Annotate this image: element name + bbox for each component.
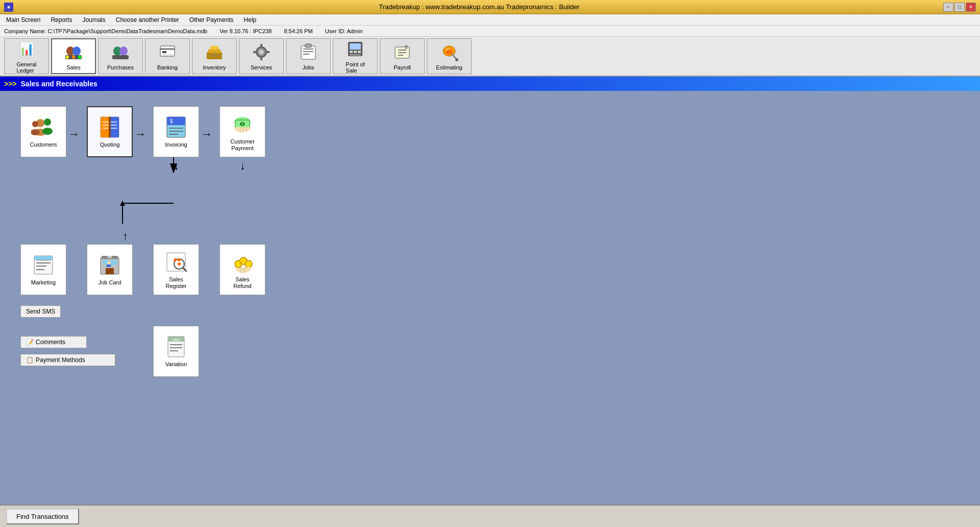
customer-payment-card[interactable]: $ CustomerPayment	[219, 106, 265, 157]
banking-icon	[157, 42, 178, 62]
svg-rect-8	[112, 55, 129, 59]
main-content: Customers →	[0, 91, 980, 505]
close-button[interactable]: ✕	[966, 3, 976, 12]
toolbar-services[interactable]: Services	[239, 38, 284, 74]
svg-rect-89	[111, 260, 117, 265]
toolbar-jobs[interactable]: Jobs	[286, 38, 331, 74]
svg-rect-30	[350, 43, 361, 50]
toolbar-payroll[interactable]: Payroll	[380, 38, 425, 74]
toolbar-payroll-label: Payroll	[394, 64, 411, 70]
comments-label: Comments	[36, 339, 65, 346]
comments-button[interactable]: 📝 Comments	[20, 336, 87, 348]
svg-rect-53	[101, 117, 110, 137]
section-title: Sales and Receivables	[21, 80, 97, 88]
svg-point-49	[42, 128, 53, 135]
svg-rect-32	[354, 51, 357, 53]
pos-icon	[345, 39, 365, 59]
svg-point-48	[44, 118, 51, 126]
services-icon	[251, 42, 272, 62]
svg-rect-54	[110, 117, 119, 137]
job-card-label: Job Card	[99, 279, 121, 286]
marketing-card[interactable]: Marketing	[20, 244, 66, 295]
menu-item-main-screen[interactable]: Main Screen	[2, 15, 44, 25]
menu-item-help[interactable]: Help	[240, 15, 261, 25]
svg-rect-31	[350, 51, 353, 53]
svg-point-7	[119, 46, 128, 56]
payroll-icon	[392, 42, 412, 62]
svg-point-4	[72, 56, 75, 59]
sales-icon	[63, 42, 84, 62]
payment-methods-button[interactable]: 📋 Payment Methods	[20, 354, 115, 366]
jobs-icon	[298, 42, 318, 62]
menu-item-other-payments[interactable]: Other Payments	[185, 15, 238, 25]
svg-marker-79	[120, 201, 125, 206]
estimating-icon	[439, 42, 459, 62]
svg-rect-28	[305, 44, 311, 47]
svg-rect-34	[350, 54, 361, 56]
sales-refund-icon	[230, 250, 255, 274]
toolbar-general-ledger[interactable]: 📊 GeneralLedger	[4, 38, 49, 74]
customers-label: Customers	[30, 141, 57, 148]
svg-rect-23	[265, 51, 270, 53]
toolbar-sales-label: Sales	[66, 64, 81, 70]
quoting-card[interactable]: Quoting	[87, 106, 133, 157]
svg-text:VAR: VAR	[172, 338, 180, 342]
sales-register-card[interactable]: SalesRegister	[153, 244, 199, 295]
menu-item-reports[interactable]: Reports	[46, 15, 76, 25]
toolbar-pos[interactable]: Point ofSale	[333, 38, 378, 74]
variation-label: Variation	[165, 361, 187, 368]
svg-rect-15	[210, 46, 218, 50]
arrow-invoicing-down: ↓	[174, 159, 179, 173]
svg-rect-21	[260, 56, 262, 60]
svg-rect-11	[162, 51, 166, 53]
flow-area: Customers →	[10, 101, 970, 494]
status-bar: Company Name: C:\TP7\Package\Support\Dem…	[0, 26, 980, 37]
svg-point-50	[32, 121, 38, 127]
variation-icon: VAR	[164, 334, 188, 359]
find-transactions-button[interactable]: Find Transactions	[6, 509, 79, 524]
svg-point-93	[107, 261, 110, 265]
svg-point-19	[259, 50, 264, 55]
toolbar-pos-label: Point ofSale	[346, 61, 364, 74]
svg-point-100	[178, 262, 181, 266]
quoting-label: Quoting	[100, 141, 120, 148]
toolbar-sales[interactable]: Sales	[51, 38, 96, 74]
customer-payment-label: CustomerPayment	[230, 138, 255, 152]
minimize-button[interactable]: −	[943, 3, 953, 12]
send-sms-button[interactable]: Send SMS	[20, 305, 61, 318]
title-bar: ■ Tradebreakup : www.tradebreakup.com.au…	[0, 0, 980, 14]
payment-methods-icon-char: 📋	[26, 356, 34, 364]
toolbar-inventory[interactable]: Inventory	[192, 38, 237, 74]
marketing-icon	[31, 253, 56, 277]
svg-rect-33	[358, 51, 361, 53]
purchases-icon	[110, 42, 131, 62]
svg-point-99	[178, 258, 181, 261]
toolbar-gl-label: GeneralLedger	[16, 61, 36, 74]
sales-refund-card[interactable]: SalesRefund	[219, 244, 265, 295]
job-card-card[interactable]: Job Card	[87, 244, 133, 295]
svg-point-45	[455, 58, 458, 61]
svg-rect-90	[106, 268, 114, 274]
time-display: 8:54:26 PM	[284, 28, 312, 34]
toolbar-purchases[interactable]: Purchases	[98, 38, 143, 74]
svg-rect-24	[301, 46, 315, 59]
svg-rect-61	[109, 117, 111, 137]
marketing-label: Marketing	[31, 279, 56, 286]
job-card-icon	[97, 253, 122, 277]
menu-item-choose-printer[interactable]: Choose another Printer	[112, 15, 183, 25]
variation-card[interactable]: VAR Variation	[153, 326, 199, 377]
customer-payment-icon: $	[230, 112, 255, 136]
toolbar-banking[interactable]: Banking	[145, 38, 190, 74]
maximize-button[interactable]: □	[954, 3, 965, 12]
invoicing-card[interactable]: $ Invoicing	[153, 106, 199, 157]
customers-card[interactable]: Customers	[20, 106, 66, 157]
menu-bar: Main Screen Reports Journals Choose anot…	[0, 14, 980, 26]
toolbar-estimating[interactable]: Estimating	[427, 38, 472, 74]
arrow-quoting-invoicing: →	[135, 128, 146, 141]
user-id: User ID: Admin	[325, 28, 363, 34]
quoting-icon	[97, 115, 122, 139]
sales-refund-label: SalesRefund	[233, 276, 251, 290]
menu-item-journals[interactable]: Journals	[78, 15, 109, 25]
toolbar-estimating-label: Estimating	[436, 64, 462, 70]
sales-register-icon	[164, 250, 188, 274]
